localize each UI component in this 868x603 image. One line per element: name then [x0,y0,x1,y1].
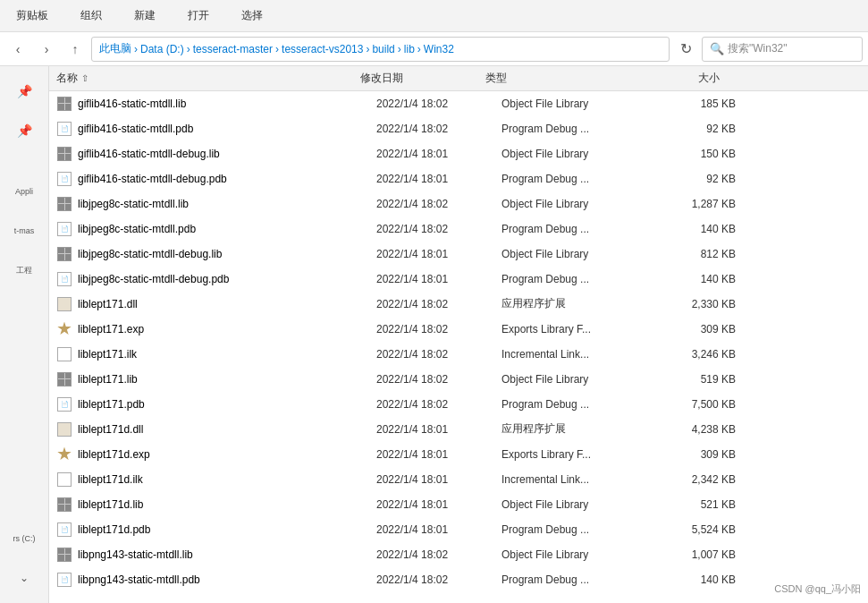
lib-icon [57,147,72,161]
table-row[interactable]: giflib416-static-mtdll.lib 2022/1/4 18:0… [49,91,868,116]
bc-computer[interactable]: 此电脑 [99,41,131,56]
file-name: libjpeg8c-static-mtdll-debug.lib [78,248,376,260]
bc-sep3: › [275,43,279,55]
file-icon-wrap [56,346,72,362]
file-name: liblept171d.exp [78,448,376,461]
table-row[interactable]: liblept171d.exp 2022/1/4 18:01 Exports L… [49,442,868,467]
col-type-header[interactable]: 类型 [485,71,646,86]
table-row[interactable]: libjpeg8c-static-mtdll.lib 2022/1/4 18:0… [49,191,868,217]
file-name: liblept171.dll [78,298,376,310]
file-name: libjpeg8c-static-mtdll.pdb [78,223,376,235]
file-date: 2022/1/4 18:01 [376,248,501,260]
toolbar-open[interactable]: 打开 [181,4,216,27]
file-size: 812 KB [662,248,743,260]
bc-sep2: › [187,43,190,55]
bc-build[interactable]: build [372,43,394,55]
sidebar-pin-top[interactable]: 📌 [6,73,42,109]
file-icon-wrap [56,371,72,387]
file-date: 2022/1/4 18:01 [376,523,501,536]
file-type: 应用程序扩展 [501,421,662,437]
back-button[interactable]: ‹ [5,37,30,62]
toolbar: 剪贴板 组织 新建 打开 选择 [0,0,868,32]
refresh-button[interactable]: ↻ [673,37,698,62]
file-type: Object File Library [501,373,662,386]
file-date: 2022/1/4 18:01 [376,473,501,486]
lib-icon [57,197,72,211]
search-box[interactable]: 🔍 搜索"Win32" [702,37,863,62]
up-button[interactable]: ↑ [63,37,88,62]
file-icon-wrap [56,421,72,437]
exp-icon [57,322,72,336]
col-size-header[interactable]: 大小 [646,71,727,86]
pdb-icon: 📄 [57,172,72,186]
bc-sep5: › [398,43,401,55]
lib-icon [57,548,72,562]
file-date: 2022/1/4 18:01 [376,498,501,511]
table-row[interactable]: 📄 libpng143-static-mtdll.pdb 2022/1/4 18… [49,567,868,592]
table-row[interactable]: liblept171.ilk 2022/1/4 18:02 Incrementa… [49,342,868,367]
table-row[interactable]: 📄 libjpeg8c-static-mtdll.pdb 2022/1/4 18… [49,217,868,242]
file-size: 185 KB [662,98,743,110]
bc-tesseract-master[interactable]: tesseract-master [193,43,273,55]
table-row[interactable]: libpng143-static-mtdll.lib 2022/1/4 18:0… [49,542,868,567]
file-size: 140 KB [662,573,743,586]
file-list[interactable]: giflib416-static-mtdll.lib 2022/1/4 18:0… [49,91,868,603]
table-row[interactable]: liblept171d.ilk 2022/1/4 18:01 Increment… [49,467,868,492]
table-row[interactable]: 📄 liblept171d.pdb 2022/1/4 18:01 Program… [49,517,868,542]
toolbar-clipboard[interactable]: 剪贴板 [9,4,55,27]
ilk-icon [57,472,72,487]
breadcrumb[interactable]: 此电脑 › Data (D:) › tesseract-master › tes… [91,37,670,62]
file-date: 2022/1/4 18:02 [376,573,501,586]
bc-drive[interactable]: Data (D:) [140,43,184,55]
file-type: Object File Library [501,148,662,160]
sidebar-scroll-down[interactable]: ⌄ [6,560,42,596]
file-date: 2022/1/4 18:01 [376,148,501,160]
exp-icon [57,447,72,462]
bc-tesseract-vs[interactable]: tesseract-vs2013 [282,43,363,55]
table-row[interactable]: 📄 libjpeg8c-static-mtdll-debug.pdb 2022/… [49,267,868,292]
table-row[interactable]: 📄 liblept171.pdb 2022/1/4 18:02 Program … [49,392,868,417]
forward-button[interactable]: › [34,37,59,62]
table-row[interactable]: giflib416-static-mtdll-debug.lib 2022/1/… [49,141,868,166]
table-row[interactable]: 📄 giflib416-static-mtdll-debug.pdb 2022/… [49,166,868,191]
file-name: liblept171d.dll [78,423,376,436]
pdb-icon: 📄 [57,522,72,537]
table-row[interactable]: liblept171.dll 2022/1/4 18:02 应用程序扩展 2,3… [49,292,868,317]
table-row[interactable]: 📄 giflib416-static-mtdll.pdb 2022/1/4 18… [49,116,868,141]
sidebar: 📌 📌 Appli t-mas 工程 rs (C:) ⌄ [0,66,49,603]
table-row[interactable]: liblept171.lib 2022/1/4 18:02 Object Fil… [49,367,868,392]
bc-lib[interactable]: lib [404,43,415,55]
file-name: giflib416-static-mtdll-debug.pdb [78,173,376,185]
file-name: giflib416-static-mtdll.lib [78,98,376,110]
toolbar-select[interactable]: 选择 [234,4,270,27]
sidebar-appli[interactable]: Appli [6,174,42,209]
sidebar-tmas[interactable]: t-mas [6,213,42,249]
file-name: giflib416-static-mtdll-debug.lib [78,148,376,160]
watermark: CSDN @qq_冯小阳 [774,582,861,596]
sidebar-project[interactable]: 工程 [6,252,42,288]
col-date-header[interactable]: 修改日期 [360,71,485,86]
file-date: 2022/1/4 18:01 [376,273,501,285]
file-date: 2022/1/4 18:02 [376,373,501,386]
file-size: 2,330 KB [662,298,743,310]
table-row[interactable]: liblept171d.lib 2022/1/4 18:01 Object Fi… [49,492,868,517]
file-size: 150 KB [662,148,743,160]
sort-arrow: ⇧ [81,73,88,83]
table-row[interactable]: liblept171.exp 2022/1/4 18:02 Exports Li… [49,317,868,342]
file-size: 519 KB [662,373,743,386]
file-date: 2022/1/4 18:02 [376,223,501,235]
table-row[interactable]: liblept171d.dll 2022/1/4 18:01 应用程序扩展 4,… [49,417,868,442]
bc-win32[interactable]: Win32 [424,43,454,55]
file-name: liblept171d.pdb [78,523,376,536]
file-type: Exports Library F... [501,448,662,461]
table-row[interactable]: libjpeg8c-static-mtdll-debug.lib 2022/1/… [49,242,868,267]
col-name-header[interactable]: 名称 ⇧ [56,71,360,86]
file-name: liblept171d.ilk [78,473,376,486]
sidebar-pin-bottom[interactable]: 📌 [6,113,42,149]
file-size: 309 KB [662,448,743,461]
sidebar-c-drive[interactable]: rs (C:) [6,521,42,556]
file-icon-wrap [56,96,72,112]
toolbar-organize[interactable]: 组织 [73,4,109,27]
bc-sep1: › [134,43,138,55]
toolbar-new[interactable]: 新建 [127,4,163,27]
